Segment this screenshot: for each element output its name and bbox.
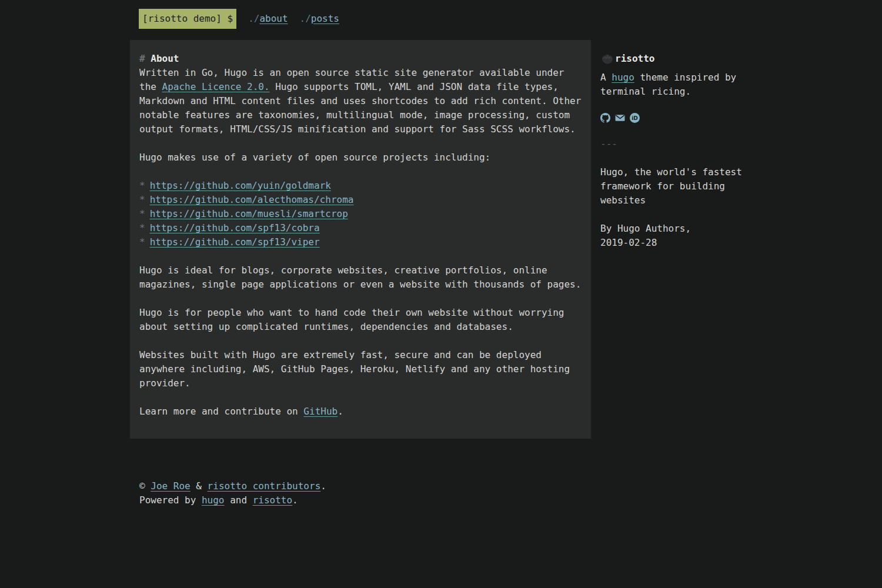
viper-link[interactable]: https://github.com/spf13/viper [150,236,320,248]
paragraph-ideal: Hugo is ideal for blogs, corporate websi… [139,263,582,292]
content-area: # About Written in Go, Hugo is an open s… [130,40,752,439]
byline-author: By Hugo Authors, [600,223,691,234]
sidebar: risotto A hugo theme inspired by termina… [600,40,752,439]
nav-link-about[interactable]: ./about [248,12,288,26]
text-segment: A [600,72,612,83]
mail-icon [615,113,625,123]
github-icon [600,113,610,123]
contributors-link[interactable]: risotto contributors [208,480,321,492]
apache-licence-link[interactable]: Apache Licence 2.0. [162,81,270,92]
text-segment: . [320,480,326,492]
heading-hash: # [139,53,145,64]
orcid-social-link[interactable]: iD [630,113,640,123]
list-item: *https://github.com/yuin/goldmark [139,179,582,193]
bullet-asterisk: * [139,236,145,248]
nav-prefix: ./ [300,13,311,24]
about-card: # About Written in Go, Hugo is an open s… [130,40,591,439]
text-segment: & [191,480,208,492]
bullet-asterisk: * [139,208,145,219]
hugo-link[interactable]: hugo [612,72,634,83]
bullet-asterisk: * [139,180,145,191]
nav-link-posts[interactable]: ./posts [300,12,339,26]
site-title-text: risotto [615,52,654,66]
page-footer: © Joe Roe & risotto contributors. Powere… [130,479,752,507]
byline-date: 2019-02-28 [600,237,657,248]
paragraph-learn-more: Learn more and contribute on GitHub. [139,405,582,419]
paragraph-fast: Websites built with Hugo are extremely f… [139,348,582,390]
paragraph-intro: Written in Go, Hugo is an open source st… [139,66,582,136]
sidebar-byline: By Hugo Authors,2019-02-28 [600,222,752,250]
social-links: iD [600,113,752,123]
list-item: *https://github.com/spf13/cobra [139,221,582,235]
nav-label-about: about [259,13,288,24]
email-social-link[interactable] [615,113,625,123]
text-segment: . [292,495,298,506]
github-social-link[interactable] [600,113,610,123]
page-title-text: About [151,53,179,64]
nav-label-posts: posts [311,13,339,24]
list-item: *https://github.com/spf13/viper [139,235,582,249]
top-nav: [risotto demo] $ ./about ./posts [130,8,752,29]
rice-bowl-icon [600,52,614,66]
hugo-footer-link[interactable]: hugo [202,495,225,506]
github-link[interactable]: GitHub [303,406,338,417]
page-container: [risotto demo] $ ./about ./posts # About… [130,0,752,507]
text-segment: and [225,495,253,506]
bullet-asterisk: * [139,194,145,205]
chroma-link[interactable]: https://github.com/alecthomas/chroma [150,194,354,205]
page-title: # About [139,52,582,66]
sidebar-tagline: Hugo, the world's fastest framework for … [600,165,752,208]
sidebar-divider: --- [600,137,752,151]
paragraph-handcode: Hugo is for people who want to hand code… [139,306,582,334]
site-title: risotto [600,52,752,66]
copyright-line: © Joe Roe & risotto contributors. [139,479,752,493]
orcid-icon: iD [630,113,640,123]
site-description: A hugo theme inspired by terminal ricing… [600,71,752,99]
paragraph-projects: Hugo makes use of a variety of open sour… [139,151,582,165]
cobra-link[interactable]: https://github.com/spf13/cobra [150,222,320,233]
list-item: *https://github.com/alecthomas/chroma [139,193,582,207]
text-segment: © [139,480,151,492]
smartcrop-link[interactable]: https://github.com/muesli/smartcrop [150,208,348,219]
text-segment: Learn more and contribute on [139,406,303,417]
text-segment: Powered by [139,495,202,506]
svg-text:iD: iD [632,115,638,121]
bullet-asterisk: * [139,222,145,233]
goldmark-link[interactable]: https://github.com/yuin/goldmark [150,180,331,191]
home-prompt-link[interactable]: [risotto demo] $ [139,9,236,29]
nav-prefix: ./ [248,13,259,24]
risotto-footer-link[interactable]: risotto [253,495,292,506]
project-link-list: *https://github.com/yuin/goldmark *https… [139,179,582,249]
text-segment: . [338,406,343,417]
powered-by-line: Powered by hugo and risotto. [139,493,752,507]
list-item: *https://github.com/muesli/smartcrop [139,207,582,221]
joe-roe-link[interactable]: Joe Roe [151,480,190,492]
